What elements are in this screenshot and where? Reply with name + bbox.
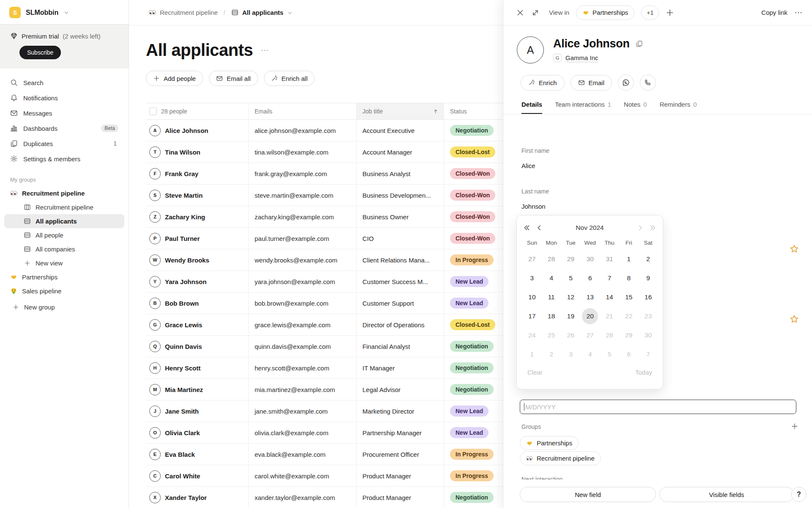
person-cell[interactable]: QQuinn Davis bbox=[146, 336, 249, 357]
job-title-cell[interactable]: Account Manager bbox=[357, 141, 444, 163]
calendar-day[interactable]: 31 bbox=[600, 249, 619, 268]
calendar-day[interactable]: 30 bbox=[639, 326, 658, 345]
status-cell[interactable]: Closed-Won bbox=[444, 163, 503, 185]
email-cell[interactable]: bob.brown@example.com bbox=[249, 293, 357, 314]
group-chip-recruitment-pipeline[interactable]: Recruitment pipeline bbox=[520, 451, 601, 465]
status-cell[interactable]: New Lead bbox=[444, 400, 503, 422]
status-cell[interactable]: In Progress bbox=[444, 249, 503, 271]
enrich-button[interactable]: Enrich bbox=[521, 75, 565, 91]
tab-details[interactable]: Details bbox=[521, 101, 542, 114]
status-cell[interactable]: Negotiation bbox=[444, 487, 503, 508]
email-cell[interactable]: grace.lewis@example.com bbox=[249, 314, 357, 336]
person-cell[interactable]: SSteve Martin bbox=[146, 185, 249, 206]
more-groups-pill[interactable]: +1 bbox=[641, 6, 659, 20]
prev-year-icon[interactable] bbox=[522, 224, 531, 232]
job-title-cell[interactable]: Director of Operations bbox=[357, 314, 444, 336]
calendar-day[interactable]: 13 bbox=[580, 287, 600, 306]
calendar-day[interactable]: 3 bbox=[522, 268, 542, 287]
date-input[interactable]: M/D/YYYY bbox=[520, 400, 796, 414]
status-cell[interactable]: Negotiation bbox=[444, 120, 503, 141]
status-cell[interactable]: Closed-Won bbox=[444, 228, 503, 249]
calendar-day[interactable]: 19 bbox=[561, 306, 581, 326]
person-cell[interactable]: YYara Johnson bbox=[146, 271, 249, 293]
prev-month-icon[interactable] bbox=[535, 224, 543, 232]
job-title-cell[interactable]: Marketing Director bbox=[357, 400, 444, 422]
person-cell[interactable]: JJane Smith bbox=[146, 400, 249, 422]
sort-ascending-icon[interactable] bbox=[433, 108, 439, 114]
sidebar-group-recruitment-pipeline[interactable]: Recruitment pipeline bbox=[4, 186, 124, 200]
more-options-icon[interactable] bbox=[794, 8, 803, 17]
sidebar-item-dashboards[interactable]: DashboardsBeta bbox=[4, 121, 124, 136]
sidebar-view-all-companies[interactable]: All companies bbox=[4, 242, 124, 256]
email-cell[interactable]: frank.gray@example.com bbox=[249, 163, 357, 185]
sidebar-item-search[interactable]: Search bbox=[4, 75, 124, 90]
status-cell[interactable]: New Lead bbox=[444, 422, 503, 444]
person-cell[interactable]: AAlice Johnson bbox=[146, 120, 249, 141]
breadcrumb-group[interactable]: Recruitment pipeline bbox=[149, 9, 218, 16]
field-value[interactable]: Johnson bbox=[521, 203, 549, 210]
emails-header[interactable]: Emails bbox=[249, 103, 357, 119]
calendar-day[interactable]: 5 bbox=[600, 345, 619, 364]
status-cell[interactable]: Closed-Won bbox=[444, 185, 503, 206]
calendar-day[interactable]: 21 bbox=[600, 306, 619, 326]
star-icon[interactable] bbox=[789, 314, 799, 324]
new-group-button[interactable]: New group bbox=[4, 300, 124, 315]
view-in-group-pill[interactable]: Partnerships bbox=[576, 6, 634, 20]
email-cell[interactable]: olivia.clark@example.com bbox=[249, 422, 357, 444]
help-button[interactable]: ? bbox=[791, 487, 807, 502]
sidebar-group-partnerships[interactable]: Partnerships bbox=[4, 270, 124, 284]
job-title-cell[interactable]: Client Relations Mana... bbox=[357, 249, 444, 271]
email-cell[interactable]: jane.smith@example.com bbox=[249, 400, 357, 422]
job-title-cell[interactable]: Business Developmen... bbox=[357, 185, 444, 206]
calendar-day[interactable]: 28 bbox=[542, 249, 561, 268]
email-cell[interactable]: tina.wilson@example.com bbox=[249, 141, 357, 163]
status-cell[interactable]: Closed-Won bbox=[444, 206, 503, 228]
email-cell[interactable]: eva.black@example.com bbox=[249, 444, 357, 465]
person-cell[interactable]: MMia Martinez bbox=[146, 379, 249, 400]
person-cell[interactable]: BBob Brown bbox=[146, 293, 249, 314]
job-title-cell[interactable]: CIO bbox=[357, 228, 444, 249]
call-button[interactable] bbox=[640, 75, 656, 91]
subscribe-button[interactable]: Subscribe bbox=[19, 46, 61, 59]
status-cell[interactable]: Negotiation bbox=[444, 357, 503, 379]
field-value[interactable]: Alice bbox=[521, 162, 549, 169]
calendar-day[interactable]: 12 bbox=[561, 287, 581, 306]
status-header[interactable]: Status bbox=[444, 103, 503, 119]
job-title-cell[interactable]: Account Executive bbox=[357, 120, 444, 141]
visible-fields-button[interactable]: Visible fields bbox=[659, 487, 794, 502]
status-cell[interactable]: In Progress bbox=[444, 465, 503, 487]
job-title-cell[interactable]: Partnership Manager bbox=[357, 422, 444, 444]
calendar-day[interactable]: 7 bbox=[639, 345, 658, 364]
calendar-day[interactable]: 6 bbox=[619, 345, 639, 364]
email-cell[interactable]: carol.white@example.com bbox=[249, 465, 357, 487]
calendar-day[interactable]: 18 bbox=[542, 306, 561, 326]
breadcrumb-view[interactable]: All applicants bbox=[231, 9, 293, 16]
tab-notes[interactable]: Notes0 bbox=[624, 101, 647, 114]
calendar-day[interactable]: 3 bbox=[561, 345, 581, 364]
job-title-cell[interactable]: Business Owner bbox=[357, 206, 444, 228]
tab-team-interactions[interactable]: Team interactions1 bbox=[555, 101, 611, 114]
calendar-day[interactable]: 22 bbox=[619, 306, 639, 326]
calendar-day[interactable]: 29 bbox=[561, 249, 581, 268]
title-more-icon[interactable] bbox=[261, 46, 269, 55]
workspace-switcher[interactable]: S SLMobbin bbox=[0, 0, 129, 24]
status-cell[interactable]: In Progress bbox=[444, 444, 503, 465]
status-cell[interactable]: New Lead bbox=[444, 271, 503, 293]
person-cell[interactable]: FFrank Gray bbox=[146, 163, 249, 185]
calendar-day[interactable]: 5 bbox=[561, 268, 581, 287]
email-cell[interactable]: mia.martinez@example.com bbox=[249, 379, 357, 400]
sidebar-item-settings-members[interactable]: Settings & members bbox=[4, 151, 124, 166]
next-month-icon[interactable] bbox=[636, 224, 645, 232]
calendar-day[interactable]: 27 bbox=[522, 249, 542, 268]
calendar-clear-button[interactable]: Clear bbox=[527, 369, 543, 376]
email-cell[interactable]: quinn.davis@example.com bbox=[249, 336, 357, 357]
person-cell[interactable]: ZZachary King bbox=[146, 206, 249, 228]
calendar-day[interactable]: 15 bbox=[619, 287, 639, 306]
calendar-today-button[interactable]: Today bbox=[635, 369, 652, 376]
job-title-cell[interactable]: Customer Success M... bbox=[357, 271, 444, 293]
person-cell[interactable]: TTina Wilson bbox=[146, 141, 249, 163]
calendar-day[interactable]: 16 bbox=[639, 287, 658, 306]
calendar-day[interactable]: 11 bbox=[542, 287, 561, 306]
next-year-icon[interactable] bbox=[649, 224, 657, 232]
calendar-day[interactable]: 28 bbox=[600, 326, 619, 345]
